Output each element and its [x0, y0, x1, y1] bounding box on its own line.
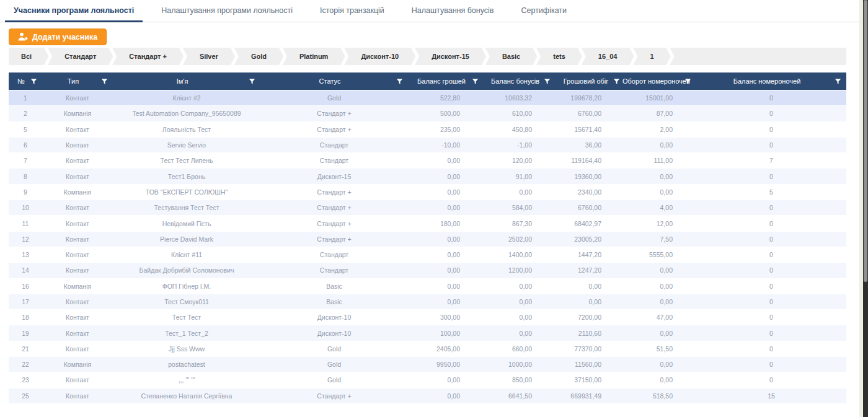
cell-status: Gold — [260, 376, 408, 384]
column-header-roomnights-turnover[interactable]: Оборот номероночей — [625, 72, 696, 90]
cell-money-turnover: 1247,20 — [556, 266, 625, 274]
table-row[interactable]: 18КонтактТест ТестДисконт-10300,000,0072… — [9, 310, 846, 325]
table-row[interactable]: 17КонтактТест Смоук011Basic0,000,000,000… — [9, 294, 846, 310]
cell-type: Контакт — [42, 298, 113, 305]
cell-name: Servio Servio — [113, 141, 260, 149]
cell-status: Стандарт + — [260, 235, 408, 243]
table-row[interactable]: 21КонтактJjj Sss WwwGold2405,00660,00773… — [9, 341, 846, 357]
cell-bonus-balance: 450,80 — [484, 126, 556, 133]
filter-item-3[interactable]: Silver — [187, 48, 231, 65]
cell-money-balance: -10,00 — [408, 141, 484, 149]
table-row[interactable]: 22КомпаніяpostachatestGold9950,001000,00… — [9, 357, 846, 372]
cell-type: Компанія — [42, 110, 113, 117]
cell-type: Контакт — [42, 392, 113, 400]
cell-name: Тестування Тест Тест — [113, 204, 260, 211]
table-row[interactable]: 12КонтактPierce David MarkСтандарт +0,00… — [9, 232, 846, 247]
column-header-status[interactable]: Статус — [260, 72, 408, 90]
table-row[interactable]: 13КонтактКлієнт #11Стандарт0,001400,0014… — [9, 247, 846, 263]
cell-status: Дисконт-10 — [260, 330, 408, 337]
filter-item-1[interactable]: Стандарт — [52, 48, 108, 65]
table-row[interactable]: 14КонтактБайдак Добрибій СоломоновичСтан… — [9, 263, 846, 278]
tab-certificates[interactable]: Сертифікати — [507, 0, 580, 22]
filter-funnel-icon[interactable] — [835, 78, 841, 85]
filter-funnel-icon[interactable] — [684, 78, 691, 85]
add-participant-button[interactable]: Додати учасника — [9, 29, 107, 45]
cell-name: Клієнт #11 — [113, 251, 260, 258]
filter-item-2[interactable]: Стандарт + — [117, 48, 179, 65]
cell-money-balance: 0,00 — [408, 283, 484, 290]
table-row[interactable]: 25КонтактСтепаненко Наталія СергіївнаСта… — [9, 388, 846, 404]
table-row[interactable]: 5КонтактЛояльність ТестСтандарт +235,004… — [9, 122, 846, 138]
cell-bonus-balance: 610,00 — [484, 110, 556, 117]
cell-money-balance: 0,00 — [408, 251, 484, 258]
cell-roomnights-balance: 0 — [696, 110, 846, 117]
tab-participants[interactable]: Учасники програми лояльності — [0, 0, 148, 22]
filter-funnel-icon[interactable] — [101, 78, 108, 85]
filter-item-8[interactable]: Basic — [490, 48, 533, 65]
filter-item-10[interactable]: 16_04 — [586, 48, 630, 65]
cell-type: Компанія — [42, 361, 113, 368]
add-user-icon — [18, 32, 28, 42]
column-header-bonus-balance[interactable]: Баланс бонусів — [484, 72, 556, 90]
column-header-num[interactable]: № — [9, 72, 42, 90]
cell-money-balance: 0,00 — [408, 204, 484, 211]
cell-bonus-balance: 0,00 — [484, 188, 556, 196]
filter-item-11[interactable]: 1 — [637, 48, 666, 65]
cell-roomnights-turnover: 12,00 — [625, 220, 696, 227]
filter-funnel-icon[interactable] — [249, 78, 255, 85]
filter-item-0[interactable]: Всі — [9, 48, 44, 65]
chevron-right-icon — [108, 48, 117, 65]
table-row[interactable]: 16КомпаніяФОП Гібнер І.М.Basic0,000,000,… — [9, 279, 846, 294]
column-header-money-turnover[interactable]: Грошовий обіг — [556, 72, 625, 90]
table-row[interactable]: 1КонтактКлієнт #2Gold522,8010603,3219967… — [9, 90, 846, 106]
cell-name: Тест_1 Тест_2 — [113, 330, 260, 337]
table-row[interactable]: 2КомпаніяTest Automation Company_9565008… — [9, 106, 846, 121]
column-header-name[interactable]: Ім'я — [113, 72, 260, 90]
filter-item-5[interactable]: Platinum — [287, 48, 340, 65]
filter-item-4[interactable]: Gold — [239, 48, 279, 65]
filter-item-6[interactable]: Дисконт-10 — [348, 48, 411, 65]
table-row[interactable]: 8КонтактТест1 БроньДисконт-150,0091,0019… — [9, 169, 846, 184]
cell-num: 9 — [9, 188, 42, 196]
cell-roomnights-balance: 0 — [696, 126, 846, 133]
filter-item-7[interactable]: Дисконт-15 — [419, 48, 482, 65]
filter-funnel-icon[interactable] — [30, 78, 37, 85]
table-row[interactable]: 11КонтактНевідомий ГістьСтандарт +180,00… — [9, 216, 846, 231]
filter-funnel-icon[interactable] — [472, 78, 479, 85]
table-row[interactable]: 6КонтактServio ServioСтандарт-10,00-1,00… — [9, 138, 846, 153]
participants-table: №ТипІм'яСтатусБаланс грошейБаланс бонусі… — [9, 72, 846, 404]
table-row[interactable]: 10КонтактТестування Тест ТестСтандарт +0… — [9, 200, 846, 216]
table-row[interactable]: 23Контакт,,, ''' '''Gold0,00850,0037150,… — [9, 372, 846, 388]
cell-money-turnover: 19360,00 — [556, 173, 625, 180]
cell-status: Стандарт + — [260, 126, 408, 133]
scrollbar-thumb[interactable] — [864, 0, 867, 282]
cell-roomnights-balance: 0 — [696, 345, 846, 353]
cell-status: Стандарт + — [260, 392, 408, 400]
column-header-money-balance[interactable]: Баланс грошей — [408, 72, 484, 90]
filter-item-9[interactable]: tets — [541, 48, 578, 65]
cell-name: ТОВ "ЕКСПЕРТ СОЛЮШН" — [113, 188, 260, 196]
tab-bonus-settings[interactable]: Налаштування бонусів — [398, 0, 508, 22]
cell-status: Стандарт — [260, 157, 408, 164]
tab-transaction-history[interactable]: Історія транзакцій — [306, 0, 398, 22]
column-header-type[interactable]: Тип — [42, 72, 113, 90]
cell-type: Контакт — [42, 266, 113, 274]
table-row[interactable]: 9КомпаніяТОВ "ЕКСПЕРТ СОЛЮШН"Стандарт +0… — [9, 185, 846, 200]
table-row[interactable]: 7КонтактТест Тест ЛипеньСтандарт0,00120,… — [9, 153, 846, 169]
cell-money-turnover: 2340,00 — [556, 188, 625, 196]
tab-program-settings[interactable]: Налаштування програми лояльності — [148, 0, 306, 22]
filter-funnel-icon[interactable] — [613, 78, 620, 85]
chevron-right-icon — [411, 48, 419, 65]
filter-funnel-icon[interactable] — [544, 78, 551, 85]
scrollbar-track[interactable] — [863, 0, 868, 417]
cell-name: Тест Тест — [113, 314, 260, 321]
filter-funnel-icon[interactable] — [396, 78, 403, 85]
cell-bonus-balance: 660,00 — [484, 345, 556, 353]
cell-type: Контакт — [42, 141, 113, 149]
table-row[interactable]: 19КонтактТест_1 Тест_2Дисконт-10100,000,… — [9, 325, 846, 341]
cell-num: 17 — [9, 298, 42, 305]
cell-type: Контакт — [42, 126, 113, 133]
column-header-roomnights-balance[interactable]: Баланс номероночей — [696, 72, 846, 90]
cell-bonus-balance: 10603,32 — [484, 94, 556, 102]
cell-status: Gold — [260, 94, 408, 102]
